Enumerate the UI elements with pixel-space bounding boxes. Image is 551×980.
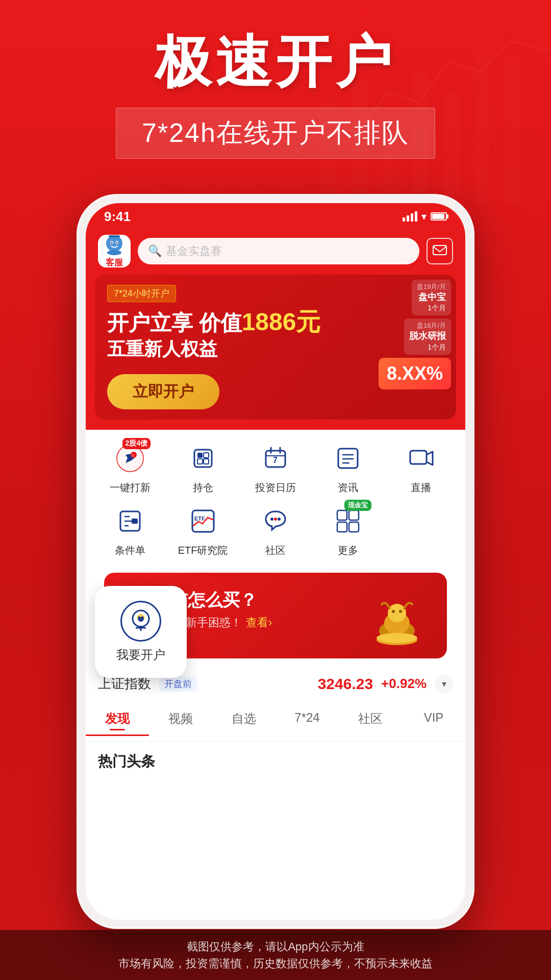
status-time: 9:41 bbox=[104, 209, 131, 225]
float-open-label: 我要开户 bbox=[116, 647, 165, 663]
hero-subtitle-bar: 7*24h在线开户不排队 bbox=[116, 108, 435, 159]
message-icon[interactable] bbox=[427, 238, 453, 264]
menu-label-community: 社区 bbox=[265, 544, 286, 557]
banner-inner: 7*24小时开户 开户立享 价值1886元 五重新人权益 立即开户 盘19月/月… bbox=[95, 275, 456, 420]
calendar-icon: 7 bbox=[261, 444, 290, 473]
svg-point-7 bbox=[106, 235, 122, 252]
svg-rect-20 bbox=[204, 453, 209, 458]
promo-card-2: 盘16月/月 脱水研报 1个月 bbox=[404, 318, 451, 354]
menu-item-condition[interactable]: 条件单 bbox=[94, 503, 166, 557]
banner-decoration: 盘19月/月 盘中宝 1个月 盘16月/月 脱水研报 1个月 8.XX% bbox=[318, 280, 451, 414]
svg-rect-45 bbox=[337, 522, 347, 532]
svg-point-41 bbox=[274, 518, 277, 521]
phone-mockup: 9:41 ▾ bbox=[77, 194, 474, 929]
menu-label-hit-new: 一键打新 bbox=[110, 481, 151, 495]
menu-item-etf[interactable]: ETF ETF研究院 bbox=[166, 503, 239, 557]
rate-badge: 8.XX% bbox=[379, 358, 451, 389]
news-link[interactable]: 查看› bbox=[246, 615, 272, 630]
market-tag: 开盘前 bbox=[159, 676, 197, 692]
disclaimer-bar: 截图仅供参考，请以App内公示为准 市场有风险，投资需谨慎，历史数据仅供参考，不… bbox=[0, 930, 551, 980]
signal-icon bbox=[403, 211, 417, 222]
svg-point-50 bbox=[392, 610, 395, 613]
search-icon: 🔍 bbox=[148, 244, 162, 258]
svg-point-49 bbox=[388, 604, 406, 622]
menu-item-more[interactable]: 现金宝 更多 bbox=[312, 503, 384, 557]
svg-point-10 bbox=[111, 241, 113, 243]
hit-new-badge: 2股4债 bbox=[122, 438, 151, 449]
hero-subtitle: 7*24h在线开户不排队 bbox=[142, 115, 409, 151]
hero-section: 极速开户 7*24h在线开户不排队 bbox=[0, 31, 551, 159]
menu-item-live[interactable]: 直播 bbox=[385, 440, 457, 495]
menu-label-more: 更多 bbox=[338, 544, 358, 557]
menu-label-calendar: 投资日历 bbox=[255, 481, 296, 495]
menu-item-position[interactable]: 持仓 bbox=[166, 440, 239, 495]
open-account-banner-btn[interactable]: 立即开户 bbox=[107, 374, 219, 409]
tab-bar: 发现 视频 自选 7*24 社区 VIP bbox=[86, 702, 465, 742]
svg-point-42 bbox=[278, 518, 281, 521]
menu-item-community[interactable]: 社区 bbox=[239, 503, 312, 557]
svg-text:!: ! bbox=[132, 453, 134, 458]
status-bar: 9:41 ▾ bbox=[86, 203, 465, 230]
menu-label-live: 直播 bbox=[411, 481, 431, 495]
svg-rect-22 bbox=[204, 459, 209, 464]
tab-watchlist[interactable]: 自选 bbox=[212, 710, 276, 736]
disclaimer-line1: 截图仅供参考，请以App内公示为准 bbox=[15, 938, 536, 955]
menu-item-calendar[interactable]: 7 投资日历 bbox=[239, 440, 312, 495]
live-icon bbox=[406, 444, 436, 473]
position-icon bbox=[188, 444, 218, 473]
banner-tag: 7*24小时开户 bbox=[107, 285, 176, 302]
hero-title: 极速开户 bbox=[0, 31, 551, 92]
svg-point-56 bbox=[139, 614, 142, 617]
svg-point-51 bbox=[399, 610, 402, 613]
svg-point-16 bbox=[131, 452, 137, 458]
svg-text:7: 7 bbox=[273, 456, 278, 464]
menu-item-hit-new[interactable]: ! 2股4债 一键打新 bbox=[94, 440, 166, 495]
svg-rect-18 bbox=[194, 450, 212, 467]
market-value: 3246.23 bbox=[318, 675, 373, 693]
menu-label-position: 持仓 bbox=[193, 481, 213, 495]
banner-area: 7*24小时开户 开户立享 价值1886元 五重新人权益 立即开户 盘19月/月… bbox=[86, 275, 465, 430]
community-icon bbox=[261, 506, 290, 536]
menu-label-condition: 条件单 bbox=[115, 544, 145, 557]
app-header: 客服 🔍 基金实盘赛 bbox=[86, 230, 465, 275]
menu-item-news[interactable]: 资讯 bbox=[312, 440, 384, 495]
svg-point-53 bbox=[377, 633, 417, 643]
menu-label-etf: ETF研究院 bbox=[178, 544, 228, 557]
status-icons: ▾ bbox=[403, 210, 447, 223]
svg-rect-19 bbox=[197, 453, 203, 458]
battery-icon bbox=[431, 212, 447, 220]
float-open-icon bbox=[120, 601, 161, 642]
tab-video[interactable]: 视频 bbox=[149, 710, 212, 736]
svg-rect-14 bbox=[433, 246, 446, 255]
phone-screen: 9:41 ▾ bbox=[86, 203, 465, 920]
market-expand-btn[interactable]: ▾ bbox=[435, 675, 453, 693]
menu-label-news: 资讯 bbox=[338, 481, 358, 495]
quick-menu: ! 2股4债 一键打新 bbox=[86, 430, 465, 568]
hot-section: 热门头条 bbox=[86, 742, 465, 781]
disclaimer-line2: 市场有风险，投资需谨慎，历史数据仅供参考，不预示未来收益 bbox=[15, 955, 536, 972]
svg-point-13 bbox=[107, 250, 121, 255]
condition-icon bbox=[115, 506, 145, 536]
bull-svg bbox=[366, 595, 428, 646]
svg-rect-12 bbox=[109, 235, 120, 237]
etf-icon: ETF bbox=[188, 506, 218, 536]
svg-point-40 bbox=[270, 518, 273, 521]
tab-24h[interactable]: 7*24 bbox=[276, 710, 339, 736]
tab-discover[interactable]: 发现 bbox=[86, 710, 149, 736]
svg-rect-43 bbox=[337, 510, 347, 520]
tab-vip[interactable]: VIP bbox=[402, 710, 465, 736]
search-bar[interactable]: 🔍 基金实盘赛 bbox=[138, 238, 419, 264]
svg-rect-32 bbox=[410, 451, 427, 464]
more-badge: 现金宝 bbox=[344, 500, 371, 511]
hot-title: 热门头条 bbox=[98, 752, 453, 771]
logo-label: 客服 bbox=[106, 257, 123, 268]
news-icon bbox=[333, 444, 363, 473]
float-open-account-btn[interactable]: 我要开户 bbox=[95, 586, 187, 678]
svg-rect-37 bbox=[132, 519, 138, 524]
market-change: +0.92% bbox=[381, 676, 427, 692]
bull-icon bbox=[361, 585, 433, 646]
svg-point-11 bbox=[116, 241, 118, 243]
app-logo[interactable]: 客服 bbox=[98, 235, 131, 267]
tab-community[interactable]: 社区 bbox=[339, 710, 402, 736]
svg-text:ETF: ETF bbox=[194, 516, 205, 522]
